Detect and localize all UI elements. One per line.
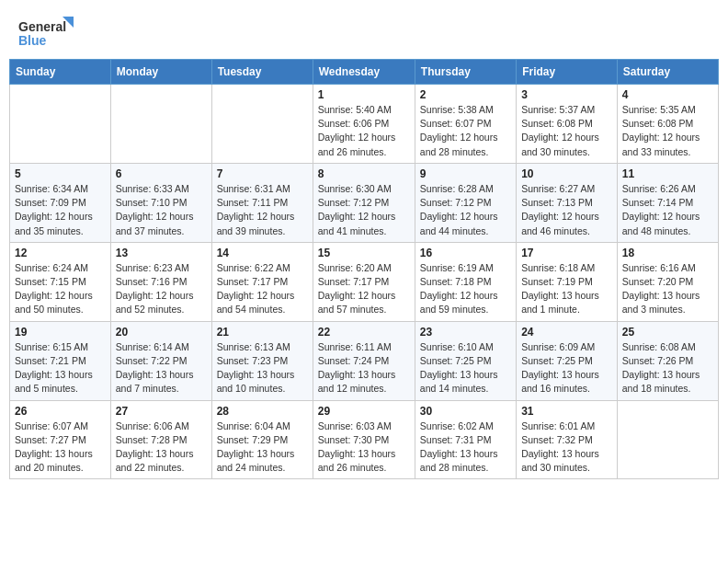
day-info: Sunrise: 6:09 AM Sunset: 7:25 PM Dayligh… — [521, 340, 612, 396]
calendar-cell: 14Sunrise: 6:22 AM Sunset: 7:17 PM Dayli… — [211, 242, 313, 321]
calendar-cell: 10Sunrise: 6:27 AM Sunset: 7:13 PM Dayli… — [517, 163, 618, 242]
day-number: 30 — [420, 405, 511, 418]
day-info: Sunrise: 6:20 AM Sunset: 7:17 PM Dayligh… — [318, 261, 410, 317]
day-info: Sunrise: 6:18 AM Sunset: 7:19 PM Dayligh… — [521, 261, 612, 317]
day-info: Sunrise: 6:33 AM Sunset: 7:10 PM Dayligh… — [116, 182, 207, 238]
header-wednesday: Wednesday — [313, 60, 415, 85]
logo-svg: GeneralBlue — [18, 17, 74, 50]
day-info: Sunrise: 5:40 AM Sunset: 6:06 PM Dayligh… — [318, 103, 410, 159]
calendar-cell: 19Sunrise: 6:15 AM Sunset: 7:21 PM Dayli… — [10, 321, 111, 400]
day-info: Sunrise: 6:04 AM Sunset: 7:29 PM Dayligh… — [217, 419, 308, 476]
svg-text:General: General — [18, 19, 66, 34]
svg-text:Blue: Blue — [18, 33, 47, 48]
day-number: 27 — [116, 405, 207, 418]
day-info: Sunrise: 6:15 AM Sunset: 7:21 PM Dayligh… — [15, 340, 106, 396]
calendar-cell: 3Sunrise: 5:37 AM Sunset: 6:08 PM Daylig… — [517, 85, 618, 164]
day-number: 31 — [521, 405, 612, 418]
header-friday: Friday — [517, 60, 618, 85]
day-info: Sunrise: 6:07 AM Sunset: 7:27 PM Dayligh… — [15, 419, 106, 476]
day-number: 12 — [15, 247, 106, 259]
calendar-cell: 21Sunrise: 6:13 AM Sunset: 7:23 PM Dayli… — [211, 321, 313, 400]
day-info: Sunrise: 6:06 AM Sunset: 7:28 PM Dayligh… — [116, 419, 207, 476]
day-number: 9 — [420, 167, 511, 180]
calendar-cell: 24Sunrise: 6:09 AM Sunset: 7:25 PM Dayli… — [517, 321, 618, 400]
logo: GeneralBlue — [18, 17, 74, 50]
calendar-week-3: 12Sunrise: 6:24 AM Sunset: 7:15 PM Dayli… — [10, 242, 719, 321]
calendar-cell: 29Sunrise: 6:03 AM Sunset: 7:30 PM Dayli… — [313, 400, 415, 479]
calendar-cell: 13Sunrise: 6:23 AM Sunset: 7:16 PM Dayli… — [110, 242, 211, 321]
calendar-week-5: 26Sunrise: 6:07 AM Sunset: 7:27 PM Dayli… — [10, 400, 719, 479]
calendar-cell: 7Sunrise: 6:31 AM Sunset: 7:11 PM Daylig… — [211, 163, 313, 242]
day-info: Sunrise: 5:37 AM Sunset: 6:08 PM Dayligh… — [521, 103, 612, 159]
day-number: 1 — [318, 88, 410, 101]
day-info: Sunrise: 6:10 AM Sunset: 7:25 PM Dayligh… — [420, 340, 511, 396]
day-info: Sunrise: 5:35 AM Sunset: 6:08 PM Dayligh… — [622, 103, 713, 159]
calendar-cell — [10, 85, 111, 164]
day-info: Sunrise: 6:01 AM Sunset: 7:32 PM Dayligh… — [521, 419, 612, 476]
day-number: 21 — [217, 326, 308, 339]
header-tuesday: Tuesday — [211, 60, 313, 85]
day-number: 2 — [420, 88, 511, 101]
day-info: Sunrise: 5:38 AM Sunset: 6:07 PM Dayligh… — [420, 103, 511, 159]
day-number: 3 — [521, 88, 612, 101]
day-number: 8 — [318, 167, 410, 180]
day-number: 11 — [622, 167, 713, 180]
day-info: Sunrise: 6:26 AM Sunset: 7:14 PM Dayligh… — [622, 182, 713, 238]
day-number: 25 — [622, 326, 713, 339]
day-info: Sunrise: 6:08 AM Sunset: 7:26 PM Dayligh… — [622, 340, 713, 396]
calendar-cell: 31Sunrise: 6:01 AM Sunset: 7:32 PM Dayli… — [517, 400, 618, 479]
header-sunday: Sunday — [10, 60, 111, 85]
day-number: 14 — [217, 247, 308, 259]
header-thursday: Thursday — [415, 60, 516, 85]
calendar-cell: 25Sunrise: 6:08 AM Sunset: 7:26 PM Dayli… — [617, 321, 718, 400]
day-info: Sunrise: 6:03 AM Sunset: 7:30 PM Dayligh… — [318, 419, 410, 476]
calendar-week-1: 1Sunrise: 5:40 AM Sunset: 6:06 PM Daylig… — [10, 85, 719, 164]
day-info: Sunrise: 6:23 AM Sunset: 7:16 PM Dayligh… — [116, 261, 207, 317]
calendar-week-2: 5Sunrise: 6:34 AM Sunset: 7:09 PM Daylig… — [10, 163, 719, 242]
day-number: 7 — [217, 167, 308, 180]
calendar-cell: 22Sunrise: 6:11 AM Sunset: 7:24 PM Dayli… — [313, 321, 415, 400]
calendar-cell: 4Sunrise: 5:35 AM Sunset: 6:08 PM Daylig… — [617, 85, 718, 164]
calendar-cell: 18Sunrise: 6:16 AM Sunset: 7:20 PM Dayli… — [617, 242, 718, 321]
calendar-cell — [211, 85, 313, 164]
day-number: 17 — [521, 247, 612, 259]
calendar-body: 1Sunrise: 5:40 AM Sunset: 6:06 PM Daylig… — [10, 85, 719, 479]
day-number: 18 — [622, 247, 713, 259]
calendar-cell: 11Sunrise: 6:26 AM Sunset: 7:14 PM Dayli… — [617, 163, 718, 242]
day-info: Sunrise: 6:27 AM Sunset: 7:13 PM Dayligh… — [521, 182, 612, 238]
day-number: 10 — [521, 167, 612, 180]
calendar-header: SundayMondayTuesdayWednesdayThursdayFrid… — [10, 60, 719, 85]
day-info: Sunrise: 6:13 AM Sunset: 7:23 PM Dayligh… — [217, 340, 308, 396]
calendar-cell: 28Sunrise: 6:04 AM Sunset: 7:29 PM Dayli… — [211, 400, 313, 479]
day-number: 24 — [521, 326, 612, 339]
calendar-cell: 5Sunrise: 6:34 AM Sunset: 7:09 PM Daylig… — [10, 163, 111, 242]
day-number: 16 — [420, 247, 511, 259]
day-info: Sunrise: 6:11 AM Sunset: 7:24 PM Dayligh… — [318, 340, 410, 396]
day-number: 15 — [318, 247, 410, 259]
day-info: Sunrise: 6:02 AM Sunset: 7:31 PM Dayligh… — [420, 419, 511, 476]
calendar-cell: 30Sunrise: 6:02 AM Sunset: 7:31 PM Dayli… — [415, 400, 516, 479]
day-number: 13 — [116, 247, 207, 259]
calendar-cell — [617, 400, 718, 479]
day-number: 4 — [622, 88, 713, 101]
calendar-table: SundayMondayTuesdayWednesdayThursdayFrid… — [9, 59, 719, 479]
calendar-cell: 8Sunrise: 6:30 AM Sunset: 7:12 PM Daylig… — [313, 163, 415, 242]
day-number: 29 — [318, 405, 410, 418]
calendar-cell: 12Sunrise: 6:24 AM Sunset: 7:15 PM Dayli… — [10, 242, 111, 321]
day-number: 22 — [318, 326, 410, 339]
day-number: 5 — [15, 167, 106, 180]
calendar-cell: 17Sunrise: 6:18 AM Sunset: 7:19 PM Dayli… — [517, 242, 618, 321]
calendar-cell: 23Sunrise: 6:10 AM Sunset: 7:25 PM Dayli… — [415, 321, 516, 400]
page-header: GeneralBlue — [9, 9, 719, 53]
day-number: 20 — [116, 326, 207, 339]
calendar-cell: 16Sunrise: 6:19 AM Sunset: 7:18 PM Dayli… — [415, 242, 516, 321]
calendar-cell: 20Sunrise: 6:14 AM Sunset: 7:22 PM Dayli… — [110, 321, 211, 400]
calendar-cell: 9Sunrise: 6:28 AM Sunset: 7:12 PM Daylig… — [415, 163, 516, 242]
calendar-cell: 1Sunrise: 5:40 AM Sunset: 6:06 PM Daylig… — [313, 85, 415, 164]
day-info: Sunrise: 6:30 AM Sunset: 7:12 PM Dayligh… — [318, 182, 410, 238]
day-info: Sunrise: 6:34 AM Sunset: 7:09 PM Dayligh… — [15, 182, 106, 238]
day-info: Sunrise: 6:16 AM Sunset: 7:20 PM Dayligh… — [622, 261, 713, 317]
calendar-week-4: 19Sunrise: 6:15 AM Sunset: 7:21 PM Dayli… — [10, 321, 719, 400]
day-info: Sunrise: 6:14 AM Sunset: 7:22 PM Dayligh… — [116, 340, 207, 396]
day-info: Sunrise: 6:19 AM Sunset: 7:18 PM Dayligh… — [420, 261, 511, 317]
